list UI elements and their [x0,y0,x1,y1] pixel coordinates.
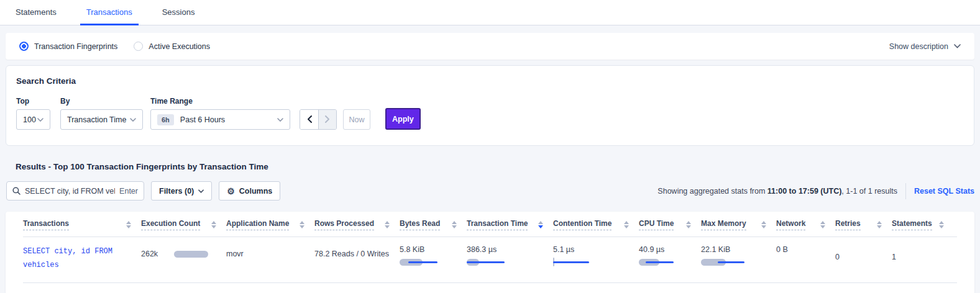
execution-count-bar [174,251,208,258]
sort-icon[interactable] [300,221,305,228]
cell-cpu-time: 40.9 µs [639,245,701,266]
top-label: Top [16,97,60,106]
tab-statements[interactable]: Statements [9,0,63,25]
show-description-toggle[interactable]: Show description [889,42,961,51]
search-icon [12,187,21,195]
columns-button[interactable]: ⚙ Columns [219,181,280,201]
by-select[interactable]: Transaction Time [60,109,143,130]
sort-icon[interactable] [761,221,766,228]
sort-icon[interactable] [877,221,882,228]
column-header-execution-count[interactable]: Execution Count [141,219,226,230]
column-header-rows-processed[interactable]: Rows Processed [314,219,400,230]
tab-transactions[interactable]: Transactions [80,0,139,25]
vertical-divider [905,183,906,199]
execution-count-value: 262k [141,250,158,258]
bytes-read-value: 5.8 KiB [400,245,457,254]
by-group: By Transaction Time [60,97,150,130]
chevron-down-icon [198,189,204,193]
aggregated-stats-text: Showing aggregated stats from 11:00 to 1… [657,187,897,196]
now-button[interactable]: Now [343,109,370,130]
show-description-label: Show description [889,42,948,51]
radio-label: Active Executions [149,42,210,51]
chevron-down-icon [277,118,283,122]
by-select-value: Transaction Time [67,115,126,124]
search-criteria-form: Top 100 By Transaction Time Time Range 6… [16,97,956,130]
sort-icon[interactable] [939,221,944,228]
time-range-label: Time Range [150,97,300,106]
sort-icon[interactable] [211,221,216,228]
chevron-down-icon [37,118,44,122]
top-select-value: 100 [23,115,36,124]
search-criteria-card: Search Criteria Top 100 By Transaction T… [6,65,974,146]
column-header-statements[interactable]: Statements [892,219,954,230]
results-controls-row: Enter Filters (0) ⚙ Columns Showing aggr… [6,181,974,201]
max-memory-value: 22.1 KiB [701,245,766,254]
previous-time-window-button[interactable] [300,110,318,129]
tab-sessions[interactable]: Sessions [156,0,201,25]
transactions-table-card: Transactions Execution Count Application… [6,212,974,293]
filters-button[interactable]: Filters (0) [151,181,212,201]
top-select[interactable]: 100 [16,109,50,130]
sort-icon[interactable] [686,221,691,228]
radio-label: Transaction Fingerprints [34,42,117,51]
radio-transaction-fingerprints[interactable]: Transaction Fingerprints [19,42,117,51]
next-time-window-button[interactable] [318,110,336,129]
gear-icon: ⚙ [227,187,235,196]
sort-icon[interactable] [452,221,457,228]
time-range-badge: 6h [157,114,174,125]
sort-icon[interactable] [385,221,390,228]
time-range-group: Time Range 6h Past 6 Hours [150,97,300,130]
chevron-down-icon [954,44,961,48]
column-header-transactions[interactable]: Transactions [23,219,141,230]
search-criteria-title: Search Criteria [16,76,956,86]
results-heading: Results - Top 100 Transaction Fingerprin… [16,162,980,171]
cell-retries: 0 [835,245,892,261]
filters-button-label: Filters (0) [159,187,194,196]
max-memory-bar [701,258,746,266]
cell-bytes-read: 5.8 KiB [400,245,467,266]
sort-icon[interactable] [820,221,825,228]
top-tab-bar: Statements Transactions Sessions [0,0,980,25]
table-header-row: Transactions Execution Count Application… [23,219,957,237]
search-enter-button[interactable]: Enter [119,187,138,196]
time-window-arrows [300,109,337,130]
by-label: By [60,97,150,106]
sort-icon[interactable] [126,221,131,228]
cell-max-memory: 22.1 KiB [701,245,776,266]
sort-icon[interactable] [624,221,629,228]
chevron-down-icon [130,118,136,122]
search-box: Enter [6,181,144,201]
contention-time-bar [553,258,598,266]
search-input[interactable] [25,187,115,196]
view-radio-group: Transaction Fingerprints Active Executio… [19,42,210,51]
column-header-transaction-time[interactable]: Transaction Time [467,219,553,230]
cell-rows-processed: 78.2 Reads / 0 Writes [314,245,400,258]
chevron-right-icon [325,114,330,125]
transaction-time-value: 386.3 µs [467,245,543,254]
bytes-read-bar [400,258,444,266]
top-group: Top 100 [16,97,60,130]
time-range-value: Past 6 Hours [180,115,225,124]
sort-icon[interactable] [538,221,543,228]
table-row: SELECT city, id FROM vehicles 262k movr … [23,237,957,283]
apply-button[interactable]: Apply [385,108,421,130]
transaction-fingerprint-link[interactable]: SELECT city, id FROM vehicles [23,245,134,272]
time-range-select[interactable]: 6h Past 6 Hours [150,109,290,130]
column-header-bytes-read[interactable]: Bytes Read [400,219,467,230]
cpu-time-bar [639,258,684,266]
column-header-cpu-time[interactable]: CPU Time [639,219,701,230]
radio-active-executions[interactable]: Active Executions [134,42,210,51]
reset-sql-stats-link[interactable]: Reset SQL Stats [914,187,974,196]
column-header-contention-time[interactable]: Contention Time [553,219,639,230]
stats-time-range: 11:00 to 17:59 (UTC) [767,187,841,196]
column-header-max-memory[interactable]: Max Memory [701,219,776,230]
cell-transaction-time: 386.3 µs [467,245,553,266]
column-header-application-name[interactable]: Application Name [226,219,314,230]
column-header-network[interactable]: Network [776,219,835,230]
column-header-retries[interactable]: Retries [835,219,892,230]
cell-transaction: SELECT city, id FROM vehicles [23,245,141,272]
radio-selected-icon [19,42,29,51]
chevron-left-icon [307,114,312,125]
cell-network: 0 B [776,245,835,254]
radio-unselected-icon [134,42,143,51]
